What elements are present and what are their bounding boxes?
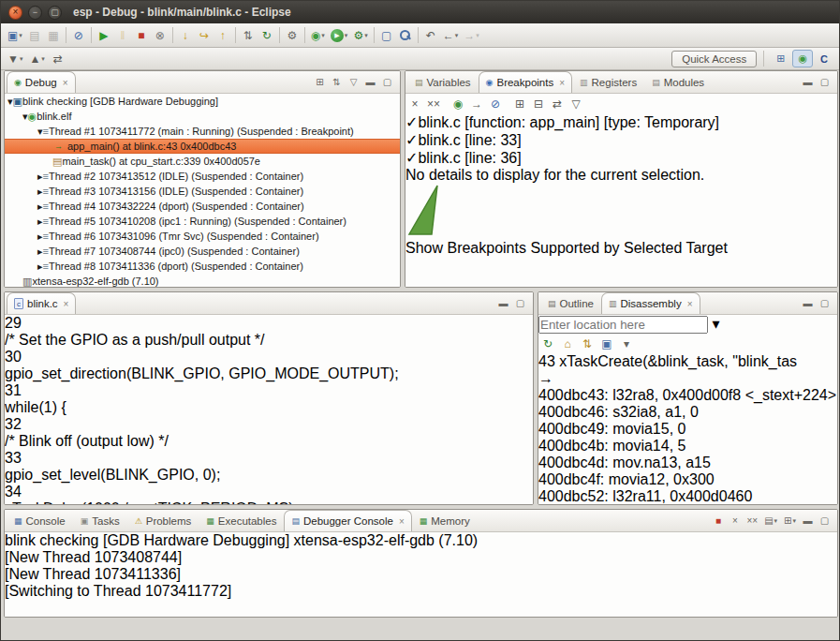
link-with-editor-button[interactable]: ⇄: [49, 49, 67, 68]
location-combo[interactable]: ▾: [538, 315, 837, 334]
debug-tree-item[interactable]: ▾▣blink checking [GDB Hardware Debugging…: [5, 94, 400, 109]
dropdown-arrow-icon[interactable]: ▾: [20, 55, 23, 63]
new-wizard-button[interactable]: ▣▾: [5, 25, 25, 45]
disconnect-button[interactable]: ⊗: [151, 25, 169, 45]
last-edit-location-button[interactable]: ↶: [421, 25, 440, 45]
disassembly-line[interactable]: →400dbc43: l32ra8, 0x400d00f8 <_stext+22…: [538, 370, 837, 404]
c-cpp-perspective-button[interactable]: C: [815, 51, 833, 67]
debug-tree-item[interactable]: ▸≡Thread #3 1073413156 (IDLE) (Suspended…: [5, 184, 400, 199]
show-breakpoints-supported-by-target-button[interactable]: ◉: [449, 94, 467, 113]
tab-tasks[interactable]: ▣Tasks: [73, 510, 127, 531]
quick-access-button[interactable]: Quick Access: [671, 51, 757, 67]
debug-tree-item[interactable]: ▥xtensa-esp32-elf-gdb (7.10): [5, 274, 400, 287]
tab-problems[interactable]: ⚠Problems: [127, 510, 199, 531]
editor-line[interactable]: 33 gpio_set_level(BLINK_GPIO, 0);: [5, 450, 533, 484]
tab-debugger-console[interactable]: ▤Debugger Console×: [284, 510, 411, 531]
skip-all-breakpoints-button[interactable]: ⊘: [69, 25, 88, 45]
debug-tree-item[interactable]: ▾◉blink.elf: [5, 109, 400, 124]
build-button[interactable]: ⚙: [283, 25, 302, 45]
editor-line[interactable]: 32 /* Blink off (output low) */: [5, 416, 533, 450]
search-button[interactable]: [396, 25, 415, 45]
breakpoint-checkbox[interactable]: ✓: [405, 150, 418, 166]
expand-all-button[interactable]: ⊞: [510, 94, 529, 113]
save-button[interactable]: ▤: [25, 25, 44, 45]
remove-all-breakpoints-button[interactable]: ××: [424, 94, 443, 113]
close-tab-icon[interactable]: ×: [399, 516, 405, 527]
remove-all-terminated-button[interactable]: ××: [744, 513, 760, 529]
run-button[interactable]: ▶▾: [328, 25, 351, 45]
editor-line[interactable]: 31 while(1) {: [5, 382, 533, 416]
debug-tree-item[interactable]: ▸≡Thread #5 1073410208 (ipc1 : Running) …: [5, 214, 400, 229]
tab-breakpoints[interactable]: ◉Breakpoints×: [479, 71, 572, 93]
code-line[interactable]: /* Set the GPIO as a push/pull output */: [5, 332, 533, 349]
tab-executables[interactable]: ▦Executables: [199, 510, 284, 531]
show-source-button[interactable]: ▣: [597, 334, 616, 353]
minimize-button[interactable]: ▬: [495, 295, 511, 312]
dropdown-arrow-icon[interactable]: ▾: [476, 32, 479, 39]
minimize-button[interactable]: ▬: [800, 513, 816, 529]
dropdown-arrow-icon[interactable]: ▾: [321, 32, 325, 39]
tab-registers[interactable]: ▥Registers: [572, 71, 644, 93]
suspend-button[interactable]: ‖: [113, 25, 132, 45]
close-tab-icon[interactable]: ×: [63, 78, 68, 88]
skip-all-breakpoints-button[interactable]: ⊘: [486, 94, 505, 113]
tab-variables[interactable]: ▤Variables: [407, 71, 479, 93]
previous-annotation-button[interactable]: ▲▾: [26, 49, 47, 68]
collapse-all-button[interactable]: ⊟: [529, 94, 548, 113]
maximize-button[interactable]: ▢: [512, 295, 528, 312]
disassembly-line[interactable]: 400dbc49: movia15, 0: [538, 421, 837, 438]
dropdown-arrow-icon[interactable]: ▾: [792, 517, 796, 525]
disassembly-line[interactable]: 400dbc52: l32ra11, 0x400d0460 <_stext+10…: [538, 488, 837, 504]
disassembly-line[interactable]: 400dbc4f: movia12, 0x300: [538, 471, 837, 488]
location-input[interactable]: [538, 316, 708, 334]
go-to-file-for-breakpoint-button[interactable]: →: [467, 94, 486, 113]
close-tab-icon[interactable]: ×: [687, 299, 693, 309]
tab-disassembly[interactable]: ▥Disassembly×: [601, 292, 700, 314]
code-line[interactable]: vTaskDelay(1000 / portTICK_PERIOD_MS);: [5, 500, 533, 504]
editor-line[interactable]: 30 gpio_set_direction(BLINK_GPIO, GPIO_M…: [5, 349, 533, 382]
dropdown-arrow-icon[interactable]: ▾: [345, 32, 348, 39]
debug-button[interactable]: ◉▾: [308, 25, 328, 45]
instruction-stepping-button[interactable]: ⇅: [239, 25, 258, 45]
debug-tree-item[interactable]: ▸≡Thread #2 1073413512 (IDLE) (Suspended…: [5, 169, 400, 184]
new-c-cpp-project-button[interactable]: ▢: [377, 25, 396, 45]
close-tab-icon[interactable]: ×: [559, 78, 565, 88]
remove-launch-button[interactable]: ×: [727, 513, 743, 529]
tab-console[interactable]: ▦Console: [7, 510, 73, 531]
editor-area[interactable]: 29 /* Set the GPIO as a push/pull output…: [5, 315, 533, 504]
dropdown-arrow-icon[interactable]: ▾: [455, 32, 459, 39]
tab-outline[interactable]: ▤Outline: [540, 292, 601, 314]
debug-perspective-button[interactable]: ◉: [792, 50, 813, 67]
step-over-button[interactable]: ↪: [195, 25, 214, 45]
external-tools-button[interactable]: ⚙▾: [350, 25, 370, 45]
maximize-button[interactable]: ▢: [817, 513, 833, 529]
step-into-button[interactable]: ↓: [176, 25, 195, 45]
debug-tree-item[interactable]: ▸≡Thread #4 1073432224 (dport) (Suspende…: [5, 199, 400, 214]
remove-selected-breakpoint-button[interactable]: ×: [405, 94, 424, 113]
disassembly-line[interactable]: 400dbc4d: mov.na13, a15: [538, 455, 837, 471]
tab-modules[interactable]: ▤Modules: [644, 71, 712, 93]
display-selected-console-button[interactable]: ▤▾: [761, 513, 780, 529]
maximize-button[interactable]: ▢: [379, 74, 395, 91]
editor-line[interactable]: 29 /* Set the GPIO as a push/pull output…: [5, 315, 533, 349]
minimize-button[interactable]: ▬: [800, 295, 816, 312]
view-menu-button[interactable]: ▽: [346, 74, 361, 91]
disassembly-line[interactable]: 400dbc4b: movia14, 5: [538, 438, 837, 455]
forward-button[interactable]: →▾: [461, 25, 482, 45]
editor-line[interactable]: 34 vTaskDelay(1000 / portTICK_PERIOD_MS)…: [5, 484, 533, 504]
dropdown-arrow-icon[interactable]: ▾: [774, 517, 778, 525]
link-with-debug-view-button[interactable]: ⇄: [548, 94, 567, 113]
window-minimize-button[interactable]: −: [28, 6, 42, 20]
tab-memory[interactable]: ▦Memory: [412, 510, 478, 531]
close-tab-icon[interactable]: ×: [64, 299, 69, 309]
home-button[interactable]: ⌂: [558, 334, 577, 353]
save-all-button[interactable]: ▦: [44, 25, 63, 45]
disassembly-line[interactable]: 400dbc46: s32ia8, a1, 0: [538, 404, 837, 421]
code-line[interactable]: gpio_set_level(BLINK_GPIO, 0);: [5, 467, 533, 484]
maximize-button[interactable]: ▢: [817, 74, 833, 91]
breakpoint-row[interactable]: ✓blink.c [line: 36]: [405, 149, 837, 167]
minimize-button[interactable]: ▬: [362, 74, 378, 91]
debug-tree-item[interactable]: ▾≡Thread #1 1073411772 (main : Running) …: [5, 124, 400, 139]
code-line[interactable]: while(1) {: [5, 399, 533, 416]
restart-button[interactable]: ↻: [258, 25, 276, 45]
